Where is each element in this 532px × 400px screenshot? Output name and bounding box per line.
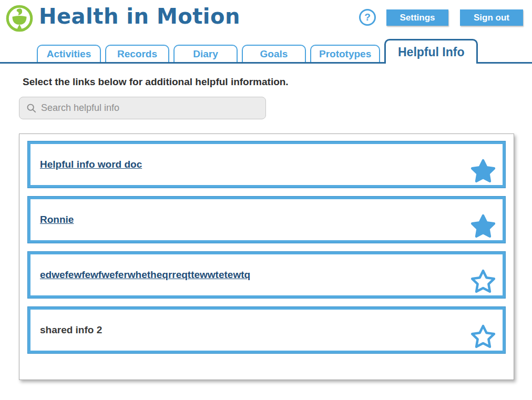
tab-label: Helpful Info xyxy=(398,45,464,59)
tab-activities[interactable]: Activities xyxy=(37,45,101,62)
tab-diary[interactable]: Diary xyxy=(173,45,238,62)
tab-label: Records xyxy=(117,48,157,60)
favorite-star-icon[interactable] xyxy=(470,324,496,350)
list-item: edwefewfewfweferwhetheqrreqttewwtetewtq xyxy=(28,252,505,298)
search-icon xyxy=(26,103,37,114)
tab-goals[interactable]: Goals xyxy=(242,45,306,62)
list-item: Helpful info word doc xyxy=(28,141,505,188)
app-header: Health in Motion ? Settings Sign out xyxy=(0,0,532,38)
tab-helpful-info[interactable]: Helpful Info xyxy=(384,39,478,64)
helpful-info-text: shared info 2 xyxy=(40,324,102,336)
settings-button[interactable]: Settings xyxy=(386,9,448,26)
favorite-star-icon[interactable] xyxy=(470,213,496,240)
search-box[interactable] xyxy=(19,97,266,119)
help-icon[interactable]: ? xyxy=(359,9,376,26)
favorite-star-icon[interactable] xyxy=(470,269,496,295)
helpful-info-link[interactable]: Ronnie xyxy=(40,214,74,225)
tab-label: Goals xyxy=(260,48,288,60)
tab-label: Diary xyxy=(193,48,218,60)
page-title: Health in Motion xyxy=(39,4,240,28)
tab-records[interactable]: Records xyxy=(105,45,169,62)
helpful-info-link[interactable]: Helpful info word doc xyxy=(40,159,142,170)
list-item: shared info 2 xyxy=(28,307,505,353)
helpful-info-panel: Helpful info word doc Ronnie edwefewfewf… xyxy=(19,134,514,380)
sign-out-button[interactable]: Sign out xyxy=(460,9,523,26)
list-item: Ronnie xyxy=(28,197,505,243)
helpful-info-list: Helpful info word doc Ronnie edwefewfewf… xyxy=(28,141,505,353)
tab-prototypes[interactable]: Prototypes xyxy=(310,45,380,62)
app-logo-icon xyxy=(5,4,34,33)
tab-bar: Activities Records Diary Goals Prototype… xyxy=(0,39,532,64)
search-input[interactable] xyxy=(41,102,265,114)
favorite-star-icon[interactable] xyxy=(470,158,496,184)
helpful-info-link[interactable]: edwefewfewfweferwhetheqrreqttewwtetewtq xyxy=(40,269,250,281)
tab-label: Prototypes xyxy=(319,48,371,60)
tab-label: Activities xyxy=(47,48,91,60)
instruction-text: Select the links below for additional he… xyxy=(23,76,532,88)
